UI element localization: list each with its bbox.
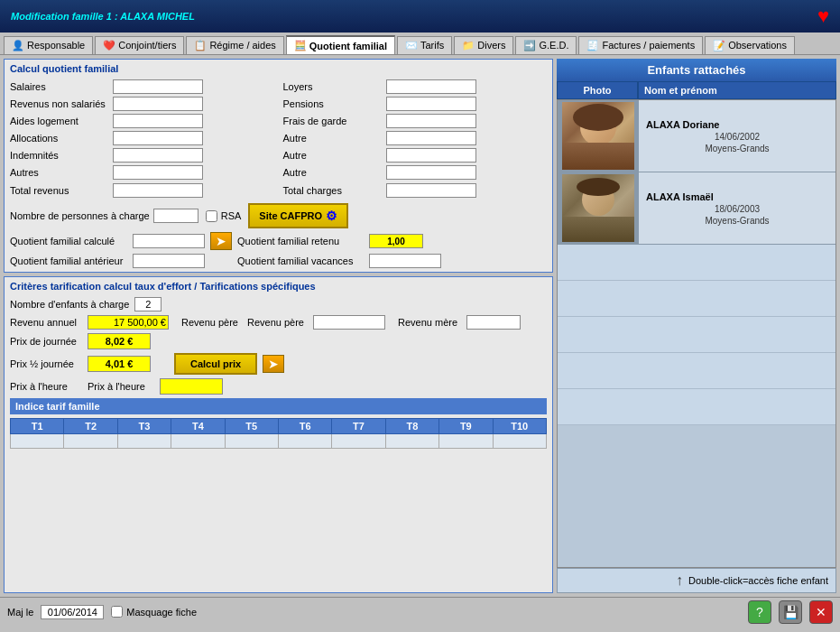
nb-enfants-row: Nombre d'enfants à charge [10,297,547,311]
aides-logement-input[interactable] [113,114,203,128]
tarif-col-t8: T8 [385,419,438,434]
indemnites-input[interactable] [113,148,203,163]
nb-enfants-input[interactable] [134,297,162,311]
tab-regime[interactable]: 📋 Régime / aides [186,36,283,54]
frais-garde-input[interactable] [386,114,476,128]
revenu-pere-input[interactable] [313,315,385,330]
qf-retenu-label: Quotient familial retenu [237,236,364,246]
col-nom-header: Nom et prénom [638,81,836,99]
enfant-group-2: Moyens-Grands [646,216,828,226]
qf-calcule-input[interactable] [133,234,205,248]
calcul-arrow-button[interactable]: ➤ [263,355,284,373]
tab-observations-label: Observations [728,40,787,51]
nb-enfants-label: Nombre d'enfants à charge [10,299,129,310]
qf-vacances-label: Quotient familial vacances [237,256,364,266]
tab-conjoint-label: Conjoint/tiers [118,40,176,51]
calcul-title: Calcul quotient familial [10,63,547,74]
tab-divers[interactable]: 📁 Divers [454,36,513,54]
criteres-section: Critères tarification calcul taux d'effo… [4,276,553,593]
autre1-input[interactable] [386,131,476,145]
prix-demi-input[interactable] [88,356,151,372]
pensions-input[interactable] [386,97,476,111]
autre2-label: Autre [283,150,383,161]
autre2-row: Autre [283,148,548,163]
empty-row-3 [558,317,835,353]
enfants-footer: ↑ Double-click=accès fiche enfant [557,568,836,593]
allocations-label: Allocations [10,133,109,144]
indemnites-label: Indemnités [10,150,109,161]
help-button[interactable]: ? [748,600,771,624]
qf-arrow-button[interactable]: ➤ [210,232,232,250]
prix-heure-label: Prix à l'heure [10,381,82,392]
calcul-prix-button[interactable]: Calcul prix [174,353,257,375]
revenu-mere-input[interactable] [466,315,521,330]
tab-ged[interactable]: ➡️ G.E.D. [515,36,577,54]
tab-factures[interactable]: 🧾 Factures / paiements [578,36,703,54]
enfant-row-2[interactable]: ALAXA Ismaël 18/06/2003 Moyens-Grands [558,172,835,245]
pensions-label: Pensions [283,98,383,109]
salaires-input[interactable] [113,79,203,94]
tarifs-icon: ✉️ [405,40,418,51]
tab-factures-label: Factures / paiements [602,40,695,51]
loyers-row: Loyers [283,79,548,94]
salaires-row: Salaires [10,79,274,94]
scroll-up-icon[interactable]: ↑ [676,572,683,589]
autre3-row: Autre [283,165,548,180]
revenu-annuel-input[interactable] [88,315,169,330]
tab-divers-label: Divers [477,40,505,51]
tab-quotient[interactable]: 🧮 Quotient familial [286,35,395,54]
tarif-v10 [493,434,546,449]
total-charges-input[interactable] [386,183,476,198]
total-revenus-label: Total revenus [10,185,109,196]
prix-heure-input[interactable] [160,378,223,395]
enfant-row-1[interactable]: ALAXA Doriane 14/06/2002 Moyens-Grands [558,100,835,172]
autre2-input[interactable] [386,148,476,163]
left-panel: Calcul quotient familial Salaires Loyers… [4,59,553,593]
tab-tarifs-label: Tarifs [420,40,444,51]
autres-input[interactable] [113,165,203,180]
cafpro-button[interactable]: Site CAFPRO ⚙ [248,203,348,228]
tarif-col-t4: T4 [171,419,225,434]
rsa-checkbox[interactable] [206,210,217,222]
aides-logement-label: Aides logement [10,116,109,126]
tab-observations[interactable]: 📝 Observations [705,36,795,54]
divers-icon: 📁 [462,40,475,51]
status-bar: Maj le Masquage fiche ? 💾 ✕ [0,597,840,626]
autre3-label: Autre [283,167,383,178]
loyers-input[interactable] [386,79,476,94]
prix-journee-input[interactable] [88,333,151,349]
nb-personnes-input[interactable] [153,209,198,223]
prix-heure-row: Prix à l'heure Prix à l'heure [10,378,547,395]
total-revenus-row: Total revenus [10,183,274,198]
enfant-photo-2 [558,172,639,244]
allocations-input[interactable] [113,131,203,145]
autre1-label: Autre [283,133,383,144]
conjoint-icon: ❤️ [103,40,115,51]
calcul-fields: Salaires Loyers Revenus non salariés Pen… [10,79,547,180]
qf-vacances-input[interactable] [369,254,441,268]
close-button[interactable]: ✕ [809,600,833,624]
tab-conjoint[interactable]: ❤️ Conjoint/tiers [95,36,184,54]
frais-garde-label: Frais de garde [283,116,383,126]
masquage-checkbox[interactable] [111,606,123,618]
tab-tarifs[interactable]: ✉️ Tarifs [397,36,452,54]
maj-date-input[interactable] [41,605,104,619]
qf-retenu-input[interactable] [369,234,423,248]
nb-personnes-label: Nombre de personnes à charge [10,210,150,221]
tab-responsable[interactable]: 👤 Responsable [4,36,93,54]
tarif-v9 [439,434,493,449]
rev-nonsalaries-input[interactable] [113,97,203,111]
total-revenus-input[interactable] [113,183,203,198]
autre3-input[interactable] [386,165,476,180]
tab-responsable-label: Responsable [27,40,85,51]
autres-row: Autres [10,165,274,180]
gear-icon: ⚙ [326,209,337,223]
rev-nonsalaries-row: Revenus non salariés [10,97,274,111]
masquage-label: Masquage fiche [126,607,197,618]
qf-anterieur-input[interactable] [133,254,205,268]
enfants-table-header: Photo Nom et prénom [557,81,836,99]
save-button[interactable]: 💾 [779,600,802,624]
tarif-v4 [171,434,225,449]
quotient-icon: 🧮 [294,40,307,51]
col-photo-header: Photo [557,81,638,99]
